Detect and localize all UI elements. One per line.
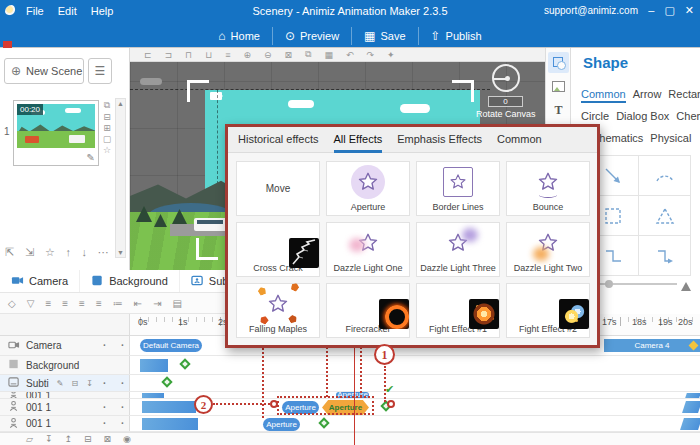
layer-button-camera[interactable]: Camera [0, 270, 80, 292]
toggle-dot[interactable]: · [103, 402, 106, 413]
effect-dazzle-light-two[interactable]: Dazzle Light Two [506, 222, 590, 277]
toggle-dot[interactable]: · [103, 340, 106, 351]
scroll-down-icon[interactable]: ▼ [116, 249, 125, 256]
publish-button[interactable]: ⇧Publish [418, 27, 494, 45]
effect-falling-maples[interactable]: Falling Maples [236, 283, 320, 338]
track-label[interactable]: Camera·· [0, 336, 130, 355]
zoom-out-icon[interactable]: ⊖ [264, 50, 272, 60]
home-button[interactable]: ⌂Home [206, 27, 272, 45]
scene-list-icon[interactable]: ☰ [88, 58, 112, 84]
clip-background[interactable] [140, 359, 168, 372]
clip-aperture[interactable]: Aperture [263, 418, 300, 431]
move-right-icon[interactable]: ⇥ [153, 298, 161, 309]
toggle-dot[interactable]: · [121, 402, 124, 413]
maximize-button[interactable]: ▢ [664, 4, 674, 17]
close-button[interactable]: ✕ [685, 4, 694, 17]
track-label[interactable]: Background [0, 356, 130, 374]
lock-icon[interactable]: ⊠ [285, 50, 293, 60]
toggle-dot[interactable]: · [103, 378, 106, 389]
align-bottom-icon[interactable]: ⊔ [205, 50, 212, 60]
effect-fight-effect-2[interactable]: Fight Effect #2 [506, 283, 590, 338]
track-label[interactable]: 001 1·· [0, 416, 130, 431]
delete-subtitle-icon[interactable]: ⊟ [72, 379, 79, 388]
effect-cross-crack[interactable]: Cross Crack [236, 222, 320, 277]
track-lane[interactable] [130, 356, 700, 374]
move-up-icon[interactable]: ↑ [65, 246, 71, 259]
shape-item-step-arrow[interactable] [638, 235, 691, 276]
account-email[interactable]: support@animiz.com [544, 5, 638, 16]
merge-icon[interactable]: ≔ [113, 298, 123, 309]
shape-item-arc-dashed[interactable] [638, 155, 691, 196]
clip-object[interactable] [142, 393, 164, 398]
scroll-up-icon[interactable]: ▲ [116, 100, 125, 107]
toggle-dot[interactable]: · [121, 340, 124, 351]
shape-tab-rectangle[interactable]: Rectangle [668, 88, 700, 100]
scenes-scrollbar[interactable]: ▲ ▼ [115, 98, 126, 258]
clip-object[interactable] [685, 393, 700, 398]
favorite-icon[interactable]: ☆ [45, 246, 55, 259]
export-scene-icon[interactable]: ⇲ [25, 246, 34, 259]
favorite-scene-icon[interactable]: ☆ [101, 145, 113, 155]
group-icon[interactable]: ≡ [225, 50, 230, 60]
layer-button-background[interactable]: Background [80, 270, 180, 292]
keyframe-icon[interactable]: ◇ [8, 298, 16, 309]
paste-icon[interactable]: ▦ [325, 50, 334, 60]
redo-icon[interactable]: ↷ [367, 50, 375, 60]
move-down-icon[interactable]: ↓ [82, 246, 88, 259]
effect-dazzle-light-three[interactable]: Dazzle Light Three [416, 222, 500, 277]
effect-fight-effect-1[interactable]: Fight Effect #1 [416, 283, 500, 338]
effect-firecracker[interactable]: Firecracker [326, 283, 410, 338]
text-tool-icon[interactable]: T [548, 100, 569, 121]
toggle-dot[interactable]: · [121, 378, 124, 389]
preview-button[interactable]: ⊙Preview [272, 27, 351, 45]
copy-scene-icon[interactable]: ⧉ [101, 100, 113, 111]
edit-scene-icon[interactable]: ✎ [87, 152, 95, 163]
effects-tab-emphasis-effects[interactable]: Emphasis Effects [397, 127, 482, 153]
export-up-icon[interactable]: ↥ [64, 434, 72, 444]
track-lane[interactable]: ApertureAperture [130, 399, 700, 415]
bus[interactable] [194, 218, 228, 231]
toggle-dot[interactable]: · [121, 418, 124, 429]
minimize-button[interactable]: – [648, 4, 654, 17]
scene-card[interactable]: 00:20 ✎ [13, 100, 99, 166]
effects-tab-common[interactable]: Common [497, 127, 542, 153]
effect-bounce[interactable]: Bounce [506, 161, 590, 216]
shape-tab-chemistry[interactable]: Chemistry [676, 110, 700, 122]
save-button[interactable]: ▦Save [351, 27, 417, 45]
shape-item-triangle-dashed[interactable] [638, 195, 691, 236]
rotate-canvas-dial[interactable] [492, 64, 520, 92]
track-label[interactable]: 001 1 [0, 392, 130, 398]
align-top-icon[interactable]: ⊓ [185, 50, 192, 60]
filter-icon[interactable]: ▽ [27, 298, 35, 309]
align-left-icon[interactable]: ⊏ [144, 50, 152, 60]
clip-object[interactable] [682, 401, 700, 413]
effects-icon[interactable]: ✦ [387, 50, 395, 60]
effect-dazzle-light-one[interactable]: Dazzle Light One [326, 222, 410, 277]
shape-tool-icon[interactable] [548, 52, 569, 73]
shape-tab-common[interactable]: Common [581, 88, 626, 103]
effect-aperture[interactable]: Aperture [326, 161, 410, 216]
lock-icon[interactable]: ⊠ [104, 434, 112, 444]
zoom-in-icon[interactable]: ⊕ [243, 50, 251, 60]
shape-tab-physical[interactable]: Physical [650, 132, 691, 144]
clip-object[interactable] [142, 401, 196, 413]
effect-move[interactable]: Move [236, 161, 320, 216]
effects-tab-historical-effects[interactable]: Historical effects [238, 127, 319, 153]
folder-icon[interactable]: ▱ [26, 434, 33, 444]
shape-tab-circle[interactable]: Circle [581, 110, 609, 122]
delete-scene-icon[interactable]: ⊟ [101, 112, 113, 122]
align-right-icon[interactable]: ⊐ [165, 50, 173, 60]
copy-icon[interactable]: ⧉ [305, 49, 311, 60]
clip-object[interactable] [680, 418, 700, 430]
track-label[interactable]: Subti✎⊟↧·· [0, 375, 130, 391]
effects-tab-all-effects[interactable]: All Effects [334, 127, 383, 153]
undo-icon[interactable]: ↶ [346, 50, 354, 60]
timeline-zoom-slider[interactable] [585, 278, 691, 290]
shape-tab-arrow[interactable]: Arrow [633, 88, 662, 100]
slider-handle[interactable] [605, 280, 613, 288]
export-subtitle-icon[interactable]: ↧ [86, 379, 93, 388]
keyframe[interactable] [161, 376, 172, 387]
toggle-dot[interactable]: · [103, 418, 106, 429]
image-tool-icon[interactable] [548, 76, 569, 97]
effect-border-lines[interactable]: Border Lines [416, 161, 500, 216]
